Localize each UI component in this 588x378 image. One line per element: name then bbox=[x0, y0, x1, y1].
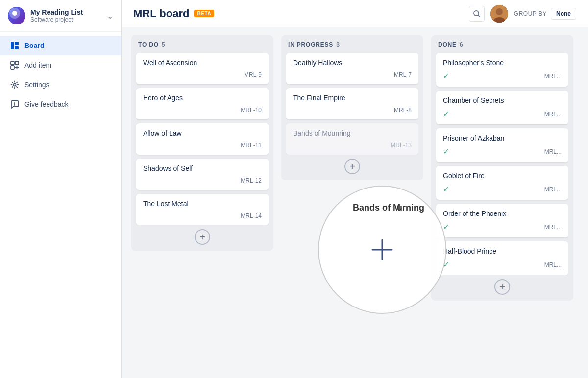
page-title: MRL board bbox=[133, 7, 189, 20]
table-row[interactable]: Shadows of Self MRL-12 bbox=[136, 159, 269, 190]
column-count-todo: 5 bbox=[162, 41, 165, 48]
svg-rect-0 bbox=[11, 42, 14, 49]
beta-badge: BETA bbox=[194, 10, 214, 17]
project-name: My Reading List bbox=[30, 8, 107, 16]
card-title: Hero of Ages bbox=[143, 94, 262, 102]
svg-rect-2 bbox=[15, 46, 19, 49]
search-button[interactable] bbox=[469, 6, 485, 22]
project-header[interactable]: My Reading List Software project ⌄ bbox=[0, 0, 121, 32]
card-id: MRL-12 bbox=[241, 177, 262, 184]
svg-line-12 bbox=[478, 15, 480, 17]
card-id: MRL-8 bbox=[394, 107, 412, 114]
table-row[interactable]: Philosopher's Stone ✓ MRL... bbox=[436, 53, 568, 87]
sidebar: My Reading List Software project ⌄ Board bbox=[0, 0, 122, 378]
column-count-in-progress: 3 bbox=[336, 41, 340, 48]
board-icon bbox=[10, 41, 20, 50]
cards-list-todo: Well of Ascension MRL-9 Hero of Ages MRL… bbox=[136, 53, 269, 225]
column-done: DONE 6 Philosopher's Stone ✓ MRL... Cham… bbox=[431, 35, 573, 301]
table-row[interactable]: Order of the Phoenix ✓ MRL... bbox=[436, 204, 568, 237]
card-title: Philosopher's Stone bbox=[443, 59, 562, 67]
card-title: Allow of Law bbox=[143, 129, 262, 137]
svg-rect-1 bbox=[15, 42, 19, 45]
card-id: MRL-10 bbox=[241, 107, 262, 114]
group-by-label: GROUP BY bbox=[514, 10, 547, 17]
main-content: MRL board BETA bbox=[122, 0, 588, 378]
board-area: TO DO 5 Well of Ascension MRL-9 Hero of … bbox=[122, 27, 588, 378]
svg-rect-5 bbox=[11, 66, 14, 69]
column-todo: TO DO 5 Well of Ascension MRL-9 Hero of … bbox=[131, 35, 273, 251]
table-row[interactable]: Well of Ascension MRL-9 bbox=[136, 53, 269, 84]
column-header-done: DONE 6 bbox=[436, 41, 568, 48]
add-item-icon bbox=[10, 60, 20, 70]
card-title: Deathly Hallows bbox=[293, 59, 412, 67]
column-title-in-progress: IN PROGRESS bbox=[288, 41, 333, 48]
sidebar-item-feedback-label: Give feedback bbox=[24, 100, 69, 108]
card-title: Chamber of Secrets bbox=[443, 96, 562, 104]
svg-point-10 bbox=[14, 105, 15, 106]
card-id: MRL... bbox=[544, 73, 562, 80]
check-icon: ✓ bbox=[443, 185, 449, 194]
table-row[interactable]: Goblet of Fire ✓ MRL... bbox=[436, 166, 568, 200]
check-icon: ✓ bbox=[443, 109, 449, 118]
table-row[interactable]: Deathly Hallows MRL-7 bbox=[286, 53, 418, 84]
card-title: Prisoner of Azkaban bbox=[443, 134, 562, 142]
svg-point-8 bbox=[14, 84, 16, 86]
column-in-progress: IN PROGRESS 3 Deathly Hallows MRL-7 The … bbox=[281, 35, 423, 180]
add-card-button-todo[interactable]: + bbox=[195, 229, 210, 245]
cards-list-in-progress: Deathly Hallows MRL-7 The Final Empire M… bbox=[286, 53, 418, 155]
table-row[interactable]: Allow of Law MRL-11 bbox=[136, 123, 269, 155]
sidebar-item-board[interactable]: Board bbox=[0, 36, 121, 55]
check-icon: ✓ bbox=[443, 222, 449, 232]
card-title: Goblet of Fire bbox=[443, 172, 562, 180]
card-id: MRL... bbox=[544, 186, 562, 193]
project-logo bbox=[8, 7, 25, 24]
sidebar-item-settings[interactable]: Settings bbox=[0, 75, 121, 94]
group-by-control: GROUP BY None bbox=[514, 8, 576, 20]
svg-rect-4 bbox=[15, 61, 19, 65]
card-id: MRL... bbox=[544, 148, 562, 155]
card-title: Well of Ascension bbox=[143, 59, 262, 67]
column-header-in-progress: IN PROGRESS 3 bbox=[286, 41, 418, 48]
table-row[interactable]: Hero of Ages MRL-10 bbox=[136, 88, 269, 119]
sidebar-item-board-label: Board bbox=[24, 42, 44, 49]
search-icon bbox=[473, 10, 481, 18]
sidebar-navigation: Board Add item Se bbox=[0, 32, 121, 378]
card-title: The Final Empire bbox=[293, 94, 412, 102]
main-header: MRL board BETA bbox=[122, 0, 588, 27]
card-title: Order of the Phoenix bbox=[443, 210, 562, 217]
table-row[interactable]: Chamber of Secrets ✓ MRL... bbox=[436, 91, 568, 124]
card-id: MRL... bbox=[544, 261, 562, 268]
card-id: MRL-9 bbox=[244, 71, 262, 78]
column-title-todo: TO DO bbox=[138, 41, 159, 48]
card-id: MRL-7 bbox=[394, 71, 412, 78]
column-title-done: DONE bbox=[438, 41, 457, 48]
table-row[interactable]: Half-Blood Prince ✓ MRL... bbox=[436, 241, 568, 275]
card-title: Bands of Mourning bbox=[293, 129, 412, 137]
user-avatar[interactable] bbox=[490, 5, 508, 23]
check-icon: ✓ bbox=[443, 147, 449, 156]
table-row[interactable]: The Lost Metal MRL-14 bbox=[136, 194, 269, 225]
header-actions: GROUP BY None bbox=[469, 5, 576, 23]
sidebar-item-feedback[interactable]: Give feedback bbox=[0, 94, 121, 114]
card-id: MRL-14 bbox=[241, 213, 262, 219]
sidebar-item-settings-label: Settings bbox=[24, 81, 49, 89]
card-title: The Lost Metal bbox=[143, 200, 262, 208]
card-id: MRL-13 bbox=[391, 142, 412, 149]
settings-icon bbox=[10, 80, 20, 90]
avatar-face-icon bbox=[490, 5, 508, 23]
cards-list-done: Philosopher's Stone ✓ MRL... Chamber of … bbox=[436, 53, 568, 275]
table-row[interactable]: Prisoner of Azkaban ✓ MRL... bbox=[436, 128, 568, 162]
card-title: Half-Blood Prince bbox=[443, 247, 562, 255]
table-row[interactable]: Bands of Mourning MRL-13 bbox=[286, 123, 418, 155]
card-id: MRL... bbox=[544, 224, 562, 231]
add-card-button-done[interactable]: + bbox=[494, 279, 510, 295]
card-id: MRL-11 bbox=[241, 142, 262, 149]
table-row[interactable]: The Final Empire MRL-8 bbox=[286, 88, 418, 119]
group-by-value[interactable]: None bbox=[551, 8, 576, 20]
add-card-button-in-progress[interactable]: + bbox=[344, 159, 360, 174]
svg-point-14 bbox=[496, 8, 503, 15]
card-id: MRL... bbox=[544, 111, 562, 118]
sidebar-item-add-item[interactable]: Add item bbox=[0, 55, 121, 75]
title-row: MRL board BETA bbox=[133, 7, 214, 20]
project-type: Software project bbox=[30, 16, 107, 23]
